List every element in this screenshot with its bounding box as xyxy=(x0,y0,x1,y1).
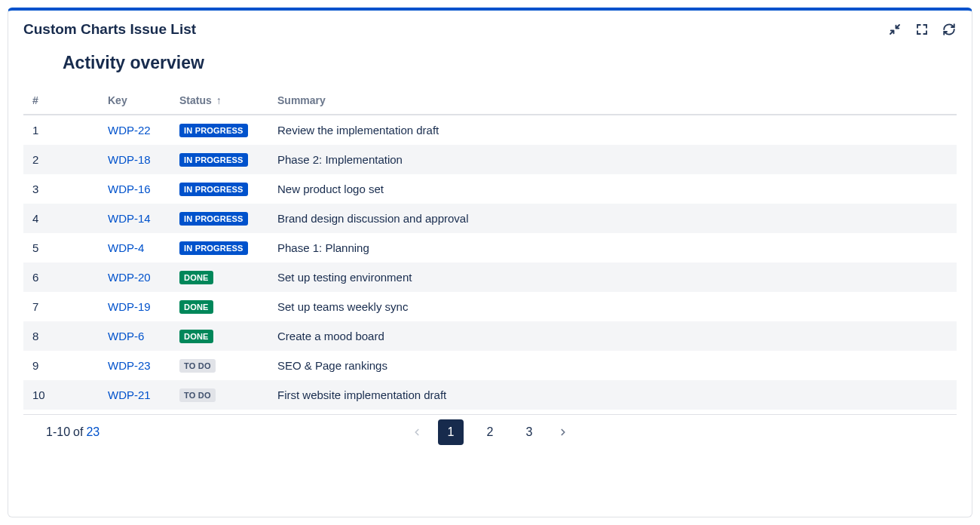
page-button-1[interactable]: 1 xyxy=(438,419,464,445)
col-header-num[interactable]: # xyxy=(23,87,99,115)
row-number: 2 xyxy=(23,145,99,174)
status-badge[interactable]: TO DO xyxy=(179,359,216,373)
issue-key-link[interactable]: WDP-22 xyxy=(108,124,151,137)
page-subtitle: Activity overview xyxy=(8,41,972,87)
table-row: 10WDP-21TO DOFirst website implementatio… xyxy=(23,380,957,410)
row-number: 10 xyxy=(23,380,99,410)
issue-table: # Key Status ↑ Summary 1WDP-22IN PROGRES… xyxy=(23,87,957,410)
issue-key-link[interactable]: WDP-19 xyxy=(108,300,151,313)
issue-key-link[interactable]: WDP-16 xyxy=(108,183,151,195)
status-badge[interactable]: DONE xyxy=(179,271,213,284)
row-number: 6 xyxy=(23,262,99,292)
card-header: Custom Charts Issue List xyxy=(8,11,972,41)
status-badge[interactable]: IN PROGRESS xyxy=(179,212,248,226)
issue-key-link[interactable]: WDP-23 xyxy=(108,359,151,372)
table-row: 5WDP-4IN PROGRESSPhase 1: Planning xyxy=(23,233,957,262)
fullscreen-icon[interactable] xyxy=(914,22,929,37)
row-number: 4 xyxy=(23,204,99,233)
status-badge[interactable]: IN PROGRESS xyxy=(179,241,248,255)
issue-key-link[interactable]: WDP-14 xyxy=(108,212,151,225)
col-header-summary[interactable]: Summary xyxy=(268,87,957,115)
col-header-status-label: Status xyxy=(179,94,212,106)
status-badge[interactable]: DONE xyxy=(179,300,213,314)
issue-summary[interactable]: Brand design discussion and approval xyxy=(268,204,957,233)
row-number: 1 xyxy=(23,115,99,145)
status-badge[interactable]: TO DO xyxy=(179,388,216,402)
table-row: 4WDP-14IN PROGRESSBrand design discussio… xyxy=(23,204,957,233)
issue-key-link[interactable]: WDP-4 xyxy=(108,241,144,254)
col-header-status[interactable]: Status ↑ xyxy=(170,87,268,115)
sort-ascending-icon: ↑ xyxy=(216,94,222,106)
issue-key-link[interactable]: WDP-6 xyxy=(108,330,144,342)
row-number: 9 xyxy=(23,351,99,380)
table-row: 9WDP-23TO DOSEO & Page rankings xyxy=(23,351,957,380)
row-number: 3 xyxy=(23,174,99,204)
pagination-of-label: of xyxy=(73,425,83,439)
table-row: 2WDP-18IN PROGRESSPhase 2: Implementatio… xyxy=(23,145,957,174)
status-badge[interactable]: IN PROGRESS xyxy=(179,183,248,196)
issue-summary[interactable]: Review the implementation draft xyxy=(268,115,957,145)
status-badge[interactable]: IN PROGRESS xyxy=(179,124,248,137)
issue-summary[interactable]: Phase 1: Planning xyxy=(268,233,957,262)
issue-key-link[interactable]: WDP-18 xyxy=(108,153,151,166)
issue-summary[interactable]: First website implementation draft xyxy=(268,380,957,410)
table-footer: 1-10 of 23 123 xyxy=(23,414,957,450)
pagination-prev-icon[interactable] xyxy=(409,425,424,440)
table-row: 7WDP-19DONESet up teams weekly sync xyxy=(23,292,957,321)
pagination-total[interactable]: 23 xyxy=(86,425,100,439)
row-number: 8 xyxy=(23,321,99,351)
issue-summary[interactable]: New product logo set xyxy=(268,174,957,204)
table-row: 6WDP-20DONESet up testing environment xyxy=(23,262,957,292)
row-number: 5 xyxy=(23,233,99,262)
page-button-3[interactable]: 3 xyxy=(516,419,542,445)
status-badge[interactable]: IN PROGRESS xyxy=(179,153,248,167)
card-actions xyxy=(887,22,957,37)
pagination: 123 xyxy=(409,419,571,445)
issue-list-card: Custom Charts Issue List xyxy=(8,8,972,517)
issue-summary[interactable]: Phase 2: Implementation xyxy=(268,145,957,174)
issue-key-link[interactable]: WDP-20 xyxy=(108,271,151,284)
pagination-range: 1-10 xyxy=(46,425,70,439)
row-number: 7 xyxy=(23,292,99,321)
col-header-key[interactable]: Key xyxy=(99,87,170,115)
refresh-icon[interactable] xyxy=(942,22,957,37)
collapse-icon[interactable] xyxy=(887,22,902,37)
issue-summary[interactable]: Create a mood board xyxy=(268,321,957,351)
card-title: Custom Charts Issue List xyxy=(23,21,196,38)
issue-summary[interactable]: Set up teams weekly sync xyxy=(268,292,957,321)
page-button-2[interactable]: 2 xyxy=(477,419,503,445)
issue-summary[interactable]: SEO & Page rankings xyxy=(268,351,957,380)
table-row: 3WDP-16IN PROGRESSNew product logo set xyxy=(23,174,957,204)
status-badge[interactable]: DONE xyxy=(179,330,213,343)
table-row: 1WDP-22IN PROGRESSReview the implementat… xyxy=(23,115,957,145)
pagination-next-icon[interactable] xyxy=(556,425,571,440)
issue-key-link[interactable]: WDP-21 xyxy=(108,388,151,401)
table-row: 8WDP-6DONECreate a mood board xyxy=(23,321,957,351)
issue-summary[interactable]: Set up testing environment xyxy=(268,262,957,292)
